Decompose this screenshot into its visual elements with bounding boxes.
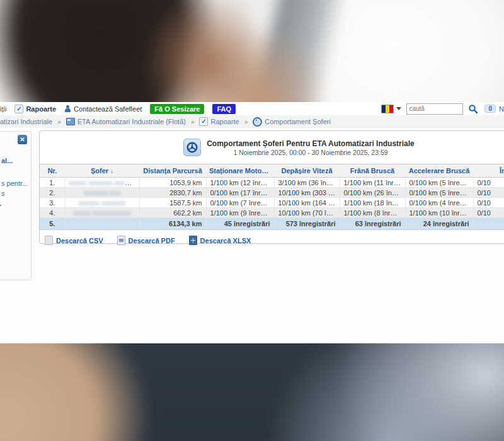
report-header: Comportament Șoferi Pentru ETA Automatiz… bbox=[40, 131, 504, 160]
steering-wheel-icon bbox=[183, 139, 201, 156]
download-pdf-label: Descarcă PDF bbox=[129, 237, 175, 244]
language-flag-ro[interactable] bbox=[381, 105, 394, 113]
sidebar-link-fragment[interactable]: s pentr... bbox=[1, 180, 28, 187]
sort-descending-icon: ↓ bbox=[110, 168, 113, 175]
breadcrumb-separator: » bbox=[191, 118, 195, 125]
col-header-depasire[interactable]: Depășire Viteză bbox=[274, 164, 340, 178]
driver-name-link-redacted[interactable]: xxxxxx xxxxxxx bbox=[79, 199, 126, 207]
total-idle: 45 înregistrări bbox=[206, 218, 274, 230]
nav-rapoarte-label: Rapoarte bbox=[26, 105, 56, 113]
sesizare-button[interactable]: Fă O Sesizare bbox=[150, 104, 204, 114]
report-check-icon: ✓ bbox=[199, 117, 208, 126]
steering-wheel-icon bbox=[253, 117, 262, 127]
download-csv-label: Descarcă CSV bbox=[56, 237, 103, 244]
nav-item-contact[interactable]: Contactează Safefleet bbox=[64, 105, 142, 113]
total-distance: 6134,3 km bbox=[139, 218, 206, 230]
driver-behavior-table: Nr. Șofer ↓ Distanța Parcursă Staționare… bbox=[40, 164, 504, 230]
driver-name-link-redacted[interactable]: xxxxx xxxxxxxxxxx bbox=[73, 209, 130, 217]
total-speeding: 573 înregistrări bbox=[274, 218, 340, 230]
search-icon[interactable] bbox=[468, 104, 478, 114]
col-header-frana[interactable]: Frână Bruscă bbox=[340, 164, 405, 178]
breadcrumb-fleet-label: ETA Automatizari Industriale (Flotă) bbox=[77, 118, 186, 125]
nav-item-clipped[interactable]: iții bbox=[0, 105, 6, 113]
speeding-cell: 10/100 km (164 înr… bbox=[274, 198, 340, 208]
row-number: 1. bbox=[40, 178, 65, 188]
total-acceleration: 24 înregistrări bbox=[405, 218, 473, 230]
row-number: 3. bbox=[40, 198, 65, 208]
braking-cell: 1/100 km (11 înregi… bbox=[340, 178, 405, 188]
clipped-cell: 0/10 bbox=[473, 208, 504, 218]
report-panel: Comportament Șoferi Pentru ETA Automatiz… bbox=[39, 130, 504, 244]
speeding-cell: 3/100 km (36 înreg… bbox=[274, 178, 340, 188]
idle-cell: 0/100 km (17 înregi… bbox=[206, 188, 274, 198]
breadcrumb-rapoarte-label: Rapoarte bbox=[210, 118, 239, 125]
search-input[interactable] bbox=[406, 103, 463, 115]
faq-button[interactable]: FAQ bbox=[212, 104, 236, 114]
table-header-row: Nr. Șofer ↓ Distanța Parcursă Staționare… bbox=[40, 164, 504, 178]
distance-cell: 1587,5 km bbox=[139, 198, 206, 208]
breadcrumb-item-company-clipped[interactable]: atizari Industriale bbox=[0, 118, 52, 125]
total-braking: 63 înregistrări bbox=[340, 218, 405, 230]
idle-cell: 1/100 km (12 înregi… bbox=[206, 178, 274, 188]
acceleration-cell: 0/100 km (4 înregistrări) bbox=[405, 198, 473, 208]
chevron-down-icon[interactable] bbox=[396, 107, 401, 110]
background-photo-bottom bbox=[0, 343, 504, 441]
acceleration-cell: 0/100 km (5 înregistrări) bbox=[405, 188, 473, 198]
col-header-clipped[interactable]: În bbox=[473, 164, 504, 178]
download-bar: Descarcă CSV Descarcă PDF Descarcă XLSX bbox=[45, 236, 504, 245]
breadcrumb-item-rapoarte[interactable]: ✓ Rapoarte bbox=[199, 117, 239, 126]
breadcrumb-item-fleet[interactable]: ETA Automatizari Industriale (Flotă) bbox=[66, 118, 186, 125]
braking-cell: 1/100 km (18 înregi… bbox=[340, 198, 405, 208]
top-navbar: iții ✓ Rapoarte Contactează Safefleet Fă… bbox=[0, 102, 504, 115]
idle-cell: 1/100 km (9 înregis… bbox=[206, 208, 274, 218]
clipped-cell: 0/10 bbox=[473, 188, 504, 198]
col-header-sofer[interactable]: Șofer ↓ bbox=[65, 164, 139, 178]
report-title: Comportament Șoferi Pentru ETA Automatiz… bbox=[207, 139, 415, 148]
download-pdf-link[interactable]: Descarcă PDF bbox=[117, 236, 175, 245]
notifications-label-clipped[interactable]: No bbox=[499, 105, 504, 113]
breadcrumb: atizari Industriale » ETA Automatizari I… bbox=[0, 115, 504, 129]
notification-count-badge[interactable]: 0 bbox=[484, 105, 496, 113]
speeding-cell: 10/100 km (70 înre… bbox=[274, 208, 340, 218]
row-number: 5. bbox=[40, 218, 65, 230]
fleet-icon bbox=[66, 118, 75, 125]
xlsx-file-icon bbox=[189, 236, 197, 245]
sidebar-link-fragment[interactable]: s bbox=[1, 190, 5, 197]
clipped-cell: 0/10 bbox=[473, 198, 504, 208]
braking-cell: 1/100 km (8 înregist… bbox=[340, 208, 405, 218]
download-xlsx-link[interactable]: Descarcă XLSX bbox=[189, 236, 251, 245]
left-sidebar-clipped: ✕ al... s pentr... s • bbox=[0, 131, 32, 280]
col-header-distanta[interactable]: Distanța Parcursă bbox=[139, 164, 206, 178]
table-row: 1. xxxxx xxxxxxx xxxxxxxxx 1053,9 km 1/1… bbox=[40, 178, 504, 188]
distance-cell: 662,2 km bbox=[139, 208, 206, 218]
row-number: 4. bbox=[40, 208, 65, 218]
col-header-accelerare[interactable]: Accelerare Bruscă bbox=[405, 164, 473, 178]
breadcrumb-comportament-label: Comportament Șoferi bbox=[265, 118, 331, 125]
driver-name-link-redacted[interactable]: xxxxxxx xxx bbox=[84, 189, 120, 197]
totals-row: 5. 6134,3 km 45 înregistrări 573 înregis… bbox=[40, 218, 504, 230]
sidebar-bullet: • bbox=[0, 202, 1, 208]
background-photo-top bbox=[0, 0, 504, 103]
driver-name-link-redacted[interactable]: xxxxx xxxxxxx xxxxxxxxx bbox=[69, 179, 140, 186]
row-number: 2. bbox=[40, 188, 65, 198]
table-row: 4. xxxxx xxxxxxxxxxx 662,2 km 1/100 km (… bbox=[40, 208, 504, 218]
col-header-stationare[interactable]: Staționare Motor … bbox=[206, 164, 274, 178]
sidebar-link-fragment[interactable]: al... bbox=[1, 157, 13, 164]
distance-cell: 1053,9 km bbox=[139, 178, 206, 188]
pdf-file-icon bbox=[117, 236, 125, 245]
person-icon bbox=[64, 105, 71, 112]
download-csv-link[interactable]: Descarcă CSV bbox=[45, 236, 103, 245]
nav-contact-label: Contactează Safefleet bbox=[74, 105, 142, 113]
table-row: 2. xxxxxxx xxx 2830,7 km 0/100 km (17 în… bbox=[40, 188, 504, 198]
breadcrumb-separator: » bbox=[244, 118, 248, 125]
braking-cell: 0/100 km (26 înregi… bbox=[340, 188, 405, 198]
col-header-nr[interactable]: Nr. bbox=[40, 164, 65, 178]
nav-item-rapoarte[interactable]: ✓ Rapoarte bbox=[14, 105, 56, 113]
download-xlsx-label: Descarcă XLSX bbox=[200, 237, 251, 244]
close-icon[interactable]: ✕ bbox=[18, 135, 27, 144]
report-check-icon: ✓ bbox=[14, 105, 23, 113]
breadcrumb-item-comportament[interactable]: Comportament Șoferi bbox=[253, 117, 331, 127]
csv-file-icon bbox=[45, 236, 53, 245]
content-area: ✕ al... s pentr... s • bbox=[0, 128, 504, 343]
speeding-cell: 10/100 km (303 înr… bbox=[274, 188, 340, 198]
